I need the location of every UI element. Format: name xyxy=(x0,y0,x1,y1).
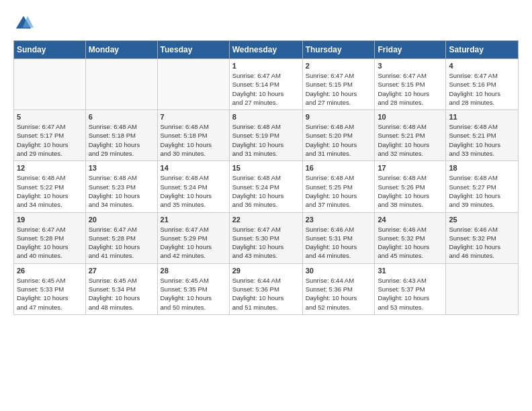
calendar-cell: 28Sunrise: 6:45 AM Sunset: 5:35 PM Dayli… xyxy=(157,263,229,314)
weekday-header-saturday: Saturday xyxy=(446,41,519,59)
calendar-cell: 24Sunrise: 6:46 AM Sunset: 5:32 PM Dayli… xyxy=(375,212,446,263)
day-info: Sunrise: 6:46 AM Sunset: 5:32 PM Dayligh… xyxy=(449,225,515,261)
day-info: Sunrise: 6:48 AM Sunset: 5:24 PM Dayligh… xyxy=(232,173,300,209)
calendar-cell: 7Sunrise: 6:48 AM Sunset: 5:18 PM Daylig… xyxy=(157,110,229,161)
calendar-cell: 5Sunrise: 6:47 AM Sunset: 5:17 PM Daylig… xyxy=(14,110,86,161)
day-number: 22 xyxy=(232,216,300,224)
calendar-cell xyxy=(85,59,157,110)
day-info: Sunrise: 6:47 AM Sunset: 5:28 PM Dayligh… xyxy=(17,225,83,261)
day-number: 5 xyxy=(17,113,83,121)
day-info: Sunrise: 6:48 AM Sunset: 5:25 PM Dayligh… xyxy=(306,173,372,209)
day-number: 14 xyxy=(161,164,226,172)
week-row-3: 12Sunrise: 6:48 AM Sunset: 5:22 PM Dayli… xyxy=(14,161,519,212)
calendar-cell: 11Sunrise: 6:48 AM Sunset: 5:21 PM Dayli… xyxy=(446,110,519,161)
day-number: 20 xyxy=(89,216,154,224)
calendar-cell: 4Sunrise: 6:47 AM Sunset: 5:16 PM Daylig… xyxy=(446,59,519,110)
day-info: Sunrise: 6:44 AM Sunset: 5:36 PM Dayligh… xyxy=(232,276,300,312)
day-number: 21 xyxy=(161,216,226,224)
weekday-header-sunday: Sunday xyxy=(14,41,86,59)
calendar-cell: 1Sunrise: 6:47 AM Sunset: 5:14 PM Daylig… xyxy=(229,59,302,110)
day-number: 31 xyxy=(378,267,443,275)
day-number: 7 xyxy=(161,113,226,121)
weekday-header-thursday: Thursday xyxy=(302,41,375,59)
day-number: 12 xyxy=(17,164,83,172)
day-info: Sunrise: 6:47 AM Sunset: 5:14 PM Dayligh… xyxy=(232,71,300,107)
calendar-cell: 18Sunrise: 6:48 AM Sunset: 5:27 PM Dayli… xyxy=(446,161,519,212)
day-number: 1 xyxy=(232,62,300,70)
day-number: 15 xyxy=(232,164,300,172)
day-info: Sunrise: 6:47 AM Sunset: 5:30 PM Dayligh… xyxy=(232,225,300,261)
day-info: Sunrise: 6:48 AM Sunset: 5:21 PM Dayligh… xyxy=(449,122,515,158)
calendar-cell: 23Sunrise: 6:46 AM Sunset: 5:31 PM Dayli… xyxy=(302,212,375,263)
day-number: 27 xyxy=(89,267,154,275)
page-header xyxy=(13,13,519,34)
day-number: 28 xyxy=(161,267,226,275)
week-row-4: 19Sunrise: 6:47 AM Sunset: 5:28 PM Dayli… xyxy=(14,212,519,263)
calendar-cell: 20Sunrise: 6:47 AM Sunset: 5:28 PM Dayli… xyxy=(85,212,157,263)
calendar-cell: 16Sunrise: 6:48 AM Sunset: 5:25 PM Dayli… xyxy=(302,161,375,212)
day-number: 2 xyxy=(306,62,372,70)
day-info: Sunrise: 6:48 AM Sunset: 5:20 PM Dayligh… xyxy=(306,122,372,158)
day-info: Sunrise: 6:46 AM Sunset: 5:31 PM Dayligh… xyxy=(306,225,372,261)
day-number: 10 xyxy=(378,113,443,121)
day-number: 3 xyxy=(378,62,443,70)
day-info: Sunrise: 6:47 AM Sunset: 5:15 PM Dayligh… xyxy=(306,71,372,107)
weekday-header-wednesday: Wednesday xyxy=(229,41,302,59)
day-info: Sunrise: 6:47 AM Sunset: 5:17 PM Dayligh… xyxy=(17,122,83,158)
day-number: 8 xyxy=(232,113,300,121)
calendar-cell: 9Sunrise: 6:48 AM Sunset: 5:20 PM Daylig… xyxy=(302,110,375,161)
day-info: Sunrise: 6:45 AM Sunset: 5:34 PM Dayligh… xyxy=(89,276,154,312)
day-number: 11 xyxy=(449,113,515,121)
day-info: Sunrise: 6:48 AM Sunset: 5:21 PM Dayligh… xyxy=(378,122,443,158)
day-info: Sunrise: 6:45 AM Sunset: 5:35 PM Dayligh… xyxy=(161,276,226,312)
day-info: Sunrise: 6:48 AM Sunset: 5:23 PM Dayligh… xyxy=(89,173,154,209)
day-number: 18 xyxy=(449,164,515,172)
day-info: Sunrise: 6:48 AM Sunset: 5:18 PM Dayligh… xyxy=(161,122,226,158)
calendar-cell: 13Sunrise: 6:48 AM Sunset: 5:23 PM Dayli… xyxy=(85,161,157,212)
calendar-cell: 22Sunrise: 6:47 AM Sunset: 5:30 PM Dayli… xyxy=(229,212,302,263)
calendar-cell: 6Sunrise: 6:48 AM Sunset: 5:18 PM Daylig… xyxy=(85,110,157,161)
day-number: 23 xyxy=(306,216,372,224)
weekday-header-tuesday: Tuesday xyxy=(157,41,229,59)
day-info: Sunrise: 6:45 AM Sunset: 5:33 PM Dayligh… xyxy=(17,276,83,312)
day-info: Sunrise: 6:48 AM Sunset: 5:18 PM Dayligh… xyxy=(89,122,154,158)
day-number: 25 xyxy=(449,216,515,224)
weekday-header-row: SundayMondayTuesdayWednesdayThursdayFrid… xyxy=(14,41,519,59)
calendar-cell: 10Sunrise: 6:48 AM Sunset: 5:21 PM Dayli… xyxy=(375,110,446,161)
calendar-cell: 31Sunrise: 6:43 AM Sunset: 5:37 PM Dayli… xyxy=(375,263,446,314)
week-row-5: 26Sunrise: 6:45 AM Sunset: 5:33 PM Dayli… xyxy=(14,263,519,314)
day-info: Sunrise: 6:43 AM Sunset: 5:37 PM Dayligh… xyxy=(378,276,443,312)
calendar-cell: 21Sunrise: 6:47 AM Sunset: 5:29 PM Dayli… xyxy=(157,212,229,263)
calendar-cell: 2Sunrise: 6:47 AM Sunset: 5:15 PM Daylig… xyxy=(302,59,375,110)
day-info: Sunrise: 6:48 AM Sunset: 5:19 PM Dayligh… xyxy=(232,122,300,158)
day-number: 26 xyxy=(17,267,83,275)
calendar-cell: 25Sunrise: 6:46 AM Sunset: 5:32 PM Dayli… xyxy=(446,212,519,263)
day-info: Sunrise: 6:47 AM Sunset: 5:16 PM Dayligh… xyxy=(449,71,515,107)
day-info: Sunrise: 6:48 AM Sunset: 5:26 PM Dayligh… xyxy=(378,173,443,209)
day-number: 30 xyxy=(306,267,372,275)
week-row-1: 1Sunrise: 6:47 AM Sunset: 5:14 PM Daylig… xyxy=(14,59,519,110)
calendar-cell xyxy=(14,59,86,110)
day-number: 24 xyxy=(378,216,443,224)
weekday-header-monday: Monday xyxy=(85,41,157,59)
calendar-table: SundayMondayTuesdayWednesdayThursdayFrid… xyxy=(13,40,519,315)
calendar-cell: 19Sunrise: 6:47 AM Sunset: 5:28 PM Dayli… xyxy=(14,212,86,263)
day-number: 19 xyxy=(17,216,83,224)
day-info: Sunrise: 6:47 AM Sunset: 5:28 PM Dayligh… xyxy=(89,225,154,261)
calendar-cell: 26Sunrise: 6:45 AM Sunset: 5:33 PM Dayli… xyxy=(14,263,86,314)
calendar-cell xyxy=(157,59,229,110)
day-number: 17 xyxy=(378,164,443,172)
day-info: Sunrise: 6:44 AM Sunset: 5:36 PM Dayligh… xyxy=(306,276,372,312)
week-row-2: 5Sunrise: 6:47 AM Sunset: 5:17 PM Daylig… xyxy=(14,110,519,161)
calendar-cell: 14Sunrise: 6:48 AM Sunset: 5:24 PM Dayli… xyxy=(157,161,229,212)
day-info: Sunrise: 6:47 AM Sunset: 5:15 PM Dayligh… xyxy=(378,71,443,107)
day-number: 4 xyxy=(449,62,515,70)
calendar-cell xyxy=(446,263,519,314)
day-number: 29 xyxy=(232,267,300,275)
day-info: Sunrise: 6:46 AM Sunset: 5:32 PM Dayligh… xyxy=(378,225,443,261)
calendar-cell: 8Sunrise: 6:48 AM Sunset: 5:19 PM Daylig… xyxy=(229,110,302,161)
day-number: 6 xyxy=(89,113,154,121)
calendar-cell: 29Sunrise: 6:44 AM Sunset: 5:36 PM Dayli… xyxy=(229,263,302,314)
calendar-cell: 12Sunrise: 6:48 AM Sunset: 5:22 PM Dayli… xyxy=(14,161,86,212)
calendar-cell: 27Sunrise: 6:45 AM Sunset: 5:34 PM Dayli… xyxy=(85,263,157,314)
